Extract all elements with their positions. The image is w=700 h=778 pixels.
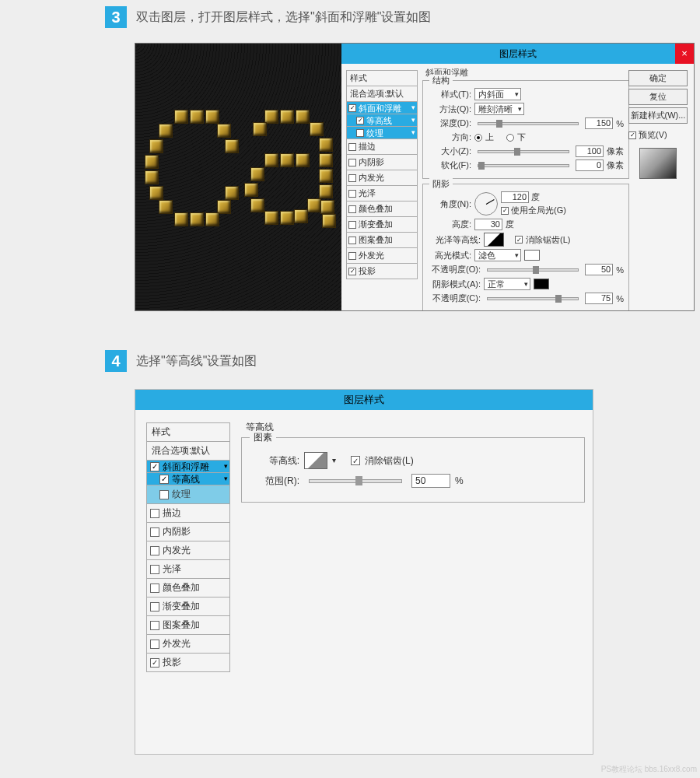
checkbox-icon[interactable] [159,475,169,484]
blend-options[interactable]: 混合选项:默认 [146,442,230,461]
size-slider[interactable] [478,150,569,153]
effect-drop-shadow[interactable]: 投影 [346,264,418,279]
checkbox-icon[interactable] [348,159,356,166]
effect-bevel[interactable]: 斜面和浮雕 [346,102,418,114]
highlight-color[interactable] [524,250,540,261]
shadow-color[interactable] [534,279,549,289]
effect-outer-glow[interactable]: 外发光 [346,248,418,264]
soften-input[interactable]: 0 [576,159,604,171]
effect-stroke[interactable]: 描边 [346,139,418,155]
checkbox-icon[interactable] [150,546,159,555]
checkbox-icon[interactable] [150,527,159,537]
checkbox-icon[interactable] [348,205,356,213]
range-slider[interactable] [309,479,402,483]
styles-header[interactable]: 样式 [346,70,418,86]
size-input[interactable]: 100 [576,145,604,157]
sh-opacity-slider[interactable] [487,297,579,300]
effect-color-overlay[interactable]: 颜色叠加 [146,579,230,598]
screenshot-1: 图层样式 × 样式 混合选项:默认 斜面和浮雕 等高线 纹理 描边 内阴影 内发… [135,43,695,311]
global-light-checkbox[interactable] [501,207,509,215]
dir-down-radio[interactable] [506,134,514,142]
cancel-button[interactable]: 复位 [628,89,688,105]
panel-title: 斜面和浮雕 [425,67,629,79]
new-style-button[interactable]: 新建样式(W)... [628,107,688,124]
checkbox-icon[interactable] [348,237,356,244]
elements-fieldset: 图素 等高线: 消除锯齿(L) 范围(R): 50 % [241,437,585,503]
effect-bevel[interactable]: 斜面和浮雕 [146,461,230,473]
checkbox-icon[interactable] [150,602,159,612]
effect-inner-shadow[interactable]: 内阴影 [346,155,418,170]
structure-fieldset: 结构 样式(T):内斜面 方法(Q):雕刻清晰 深度(D):150% 方向:上下… [422,80,629,179]
range-input[interactable]: 50 [411,474,450,488]
aa-checkbox[interactable] [515,236,523,244]
effect-inner-shadow[interactable]: 内阴影 [146,523,230,541]
technique-select[interactable]: 雕刻清晰 [474,103,524,115]
checkbox-icon[interactable] [150,640,159,649]
preview-swatch [639,148,677,179]
effect-contour[interactable]: 等高线 [346,114,418,127]
effect-pat-overlay[interactable]: 图案叠加 [346,233,418,248]
gloss-contour-picker[interactable] [484,233,504,247]
shadow-mode-select[interactable]: 正常 [484,278,530,290]
effect-texture[interactable]: 纹理 [146,485,230,504]
checkbox-icon[interactable] [356,117,364,124]
checkbox-icon[interactable] [348,252,356,260]
effect-inner-glow[interactable]: 内发光 [346,170,418,186]
effect-outer-glow[interactable]: 外发光 [146,635,230,654]
checkbox-icon[interactable] [348,143,356,151]
checkbox-icon[interactable] [150,621,159,630]
angle-input[interactable]: 120 [501,191,529,203]
effect-stroke[interactable]: 描边 [146,504,230,523]
ok-button[interactable]: 确定 [628,70,688,86]
checkbox-icon[interactable] [348,174,356,182]
effect-grad-overlay[interactable]: 渐变叠加 [146,598,230,616]
styles-header[interactable]: 样式 [146,422,230,442]
effect-color-overlay[interactable]: 颜色叠加 [346,202,418,217]
preview-checkbox[interactable] [628,131,636,139]
effect-inner-glow[interactable]: 内发光 [146,541,230,560]
close-icon[interactable]: × [675,44,694,64]
depth-input[interactable]: 150 [585,117,613,129]
soften-slider[interactable] [478,164,569,167]
panel-title: 等高线 [246,421,585,434]
checkbox-icon[interactable] [356,129,364,137]
checkbox-icon[interactable] [348,104,356,112]
checkbox-icon[interactable] [150,462,159,471]
checkbox-icon[interactable] [348,268,356,275]
watermark: PS教程论坛 bbs.16xx8.com [601,764,697,775]
effect-contour[interactable]: 等高线 [146,473,230,485]
style-select[interactable]: 内斜面 [474,88,521,100]
checkbox-icon[interactable] [348,190,356,198]
effect-grad-overlay[interactable]: 渐变叠加 [346,217,418,233]
depth-slider[interactable] [478,122,579,125]
checkbox-icon[interactable] [150,509,159,518]
dialog-title-2: 图层样式 [135,390,593,410]
highlight-mode-select[interactable]: 滤色 [474,249,521,261]
styles-list: 样式 混合选项:默认 斜面和浮雕 等高线 纹理 描边 内阴影 内发光 光泽 颜色… [346,70,418,279]
checkbox-icon[interactable] [150,565,159,574]
effect-drop-shadow[interactable]: 投影 [146,654,230,672]
hi-opacity-slider[interactable] [487,268,579,272]
blend-options[interactable]: 混合选项:默认 [346,86,418,102]
effect-satin[interactable]: 光泽 [346,186,418,202]
checkbox-icon[interactable] [159,490,169,499]
effect-texture[interactable]: 纹理 [346,127,418,139]
effect-satin[interactable]: 光泽 [146,560,230,579]
screenshot-2: 图层样式 样式 混合选项:默认 斜面和浮雕 等高线 纹理 描边 内阴影 内发光 … [135,389,593,755]
step-4-text: 选择"等高线"设置如图 [136,353,257,370]
contour-picker[interactable] [304,452,327,469]
sh-opacity-input[interactable]: 75 [585,293,613,304]
checkbox-icon[interactable] [150,658,159,668]
text-ca-studs [143,98,345,238]
dir-up-radio[interactable] [474,134,482,142]
aa-checkbox[interactable] [351,456,360,465]
checkbox-icon[interactable] [348,221,356,229]
hi-opacity-input[interactable]: 50 [585,264,613,275]
dialog-buttons: 确定 复位 新建样式(W)... 预览(V) [628,70,688,179]
altitude-input[interactable]: 30 [474,219,502,230]
angle-dial[interactable] [474,192,498,216]
effect-pat-overlay[interactable]: 图案叠加 [146,616,230,635]
layer-style-dialog-1: 图层样式 × 样式 混合选项:默认 斜面和浮雕 等高线 纹理 描边 内阴影 内发… [341,44,694,310]
checkbox-icon[interactable] [150,584,159,593]
dialog-title: 图层样式 [341,44,694,64]
